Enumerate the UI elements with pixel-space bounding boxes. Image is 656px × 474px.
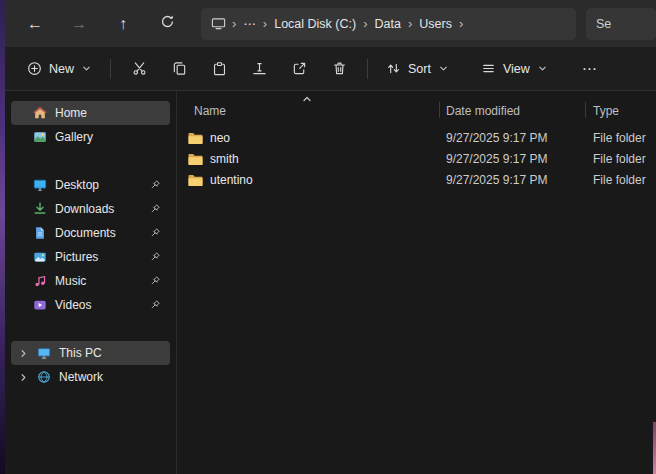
breadcrumb-separator[interactable]: › [359,16,371,31]
delete-icon [332,61,347,76]
folder-icon [187,172,203,188]
sidebar-item-label: This PC [59,346,102,360]
music-icon [33,274,47,288]
delete-button[interactable] [319,53,359,85]
new-button[interactable]: New [17,53,102,85]
chevron-down-icon [81,63,92,74]
sidebar-item-gallery[interactable]: Gallery [11,125,170,149]
sort-ascending-icon [301,93,313,108]
folder-icon [187,130,203,146]
sort-button[interactable]: Sort [376,53,459,85]
paste-button[interactable] [199,53,239,85]
file-type: File folder [585,173,656,187]
file-name: smith [210,152,239,166]
this-pc-icon [37,346,51,360]
column-divider[interactable] [439,102,440,118]
navigation-pane: Home Gallery Desktop Downloads [5,91,177,474]
home-icon [33,106,47,120]
copy-button[interactable] [159,53,199,85]
folder-icon [187,151,203,167]
sidebar-item-label: Documents [55,226,116,240]
sidebar-item-downloads[interactable]: Downloads [11,197,170,221]
file-type: File folder [585,131,656,145]
forward-button[interactable]: → [59,8,99,40]
column-header-row: Name Date modified Type [177,95,656,121]
file-row-utentino[interactable]: utentino 9/27/2025 9:17 PM File folder [177,169,656,190]
chevron-down-icon [438,63,449,74]
sidebar-item-home[interactable]: Home [11,101,170,125]
breadcrumb-separator[interactable]: › [404,16,416,31]
this-pc-icon [211,16,226,31]
sidebar-item-pictures[interactable]: Pictures [11,245,170,269]
breadcrumb-separator[interactable]: › [228,16,240,31]
chevron-right-icon[interactable] [17,348,29,359]
up-button[interactable]: ↑ [103,8,143,40]
new-plus-icon [27,61,42,76]
pin-icon [149,203,161,218]
file-list-pane: Name Date modified Type neo 9/27/2025 9:… [177,91,656,474]
column-header-date-modified[interactable]: Date modified [439,104,585,118]
sidebar-item-videos[interactable]: Videos [11,293,170,317]
sort-icon [386,61,401,76]
gallery-icon [33,130,47,144]
breadcrumb-item-local-disk-c[interactable]: Local Disk (C:) [271,17,359,31]
view-icon [481,61,496,76]
more-options-button[interactable]: ⋯ [572,53,608,85]
pin-icon [149,227,161,242]
chevron-down-icon [537,63,548,74]
sidebar-item-desktop[interactable]: Desktop [11,173,170,197]
cut-icon [132,61,147,76]
share-button[interactable] [279,53,319,85]
desktop-icon [33,178,47,192]
navigation-bar: ← → ↑ › ⋯ › Local Disk (C:) › Data › Use… [5,0,656,47]
file-date-modified: 9/27/2025 9:17 PM [439,131,585,145]
sidebar-item-documents[interactable]: Documents [11,221,170,245]
pin-icon [149,275,161,290]
file-name: neo [210,131,230,145]
breadcrumb-separator[interactable]: › [259,16,271,31]
refresh-icon [160,14,175,33]
cut-button[interactable] [119,53,159,85]
sidebar-item-label: Downloads [55,202,114,216]
command-toolbar: New [5,47,656,91]
file-row-smith[interactable]: smith 9/27/2025 9:17 PM File folder [177,148,656,169]
pin-icon [149,251,161,266]
refresh-button[interactable] [147,8,187,40]
sidebar-item-label: Home [55,106,87,120]
sidebar-item-label: Desktop [55,178,99,192]
sidebar-item-network[interactable]: Network [11,365,170,389]
back-button[interactable]: ← [15,8,55,40]
pictures-icon [33,250,47,264]
file-date-modified: 9/27/2025 9:17 PM [439,173,585,187]
breadcrumb-ellipsis[interactable]: ⋯ [240,16,259,31]
rename-button[interactable] [239,53,279,85]
sidebar-item-label: Pictures [55,250,98,264]
file-explorer-window: ← → ↑ › ⋯ › Local Disk (C:) › Data › Use… [0,0,656,474]
sort-button-label: Sort [408,62,431,76]
sidebar-section-gap [5,317,176,341]
column-divider[interactable] [585,102,586,118]
new-button-label: New [49,62,74,76]
toolbar-divider [367,59,368,79]
sidebar-item-this-pc[interactable]: This PC [11,341,170,365]
share-icon [292,61,307,76]
file-row-neo[interactable]: neo 9/27/2025 9:17 PM File folder [177,127,656,148]
paste-icon [212,61,227,76]
breadcrumb-item-data[interactable]: Data [372,17,404,31]
address-bar[interactable]: › ⋯ › Local Disk (C:) › Data › Users › [201,8,576,40]
file-name: utentino [210,173,253,187]
file-type: File folder [585,152,656,166]
copy-icon [172,61,187,76]
search-input[interactable]: Se [586,8,656,40]
column-header-type[interactable]: Type [585,104,656,118]
sidebar-item-music[interactable]: Music [11,269,170,293]
view-button[interactable]: View [471,53,558,85]
breadcrumb-separator[interactable]: › [455,16,467,31]
file-date-modified: 9/27/2025 9:17 PM [439,152,585,166]
sidebar-section-gap [5,149,176,173]
pin-icon [149,299,161,314]
breadcrumb-item-users[interactable]: Users [416,17,455,31]
search-text: Se [596,17,611,31]
desktop-background-left-edge [0,0,5,474]
chevron-right-icon[interactable] [17,372,29,383]
